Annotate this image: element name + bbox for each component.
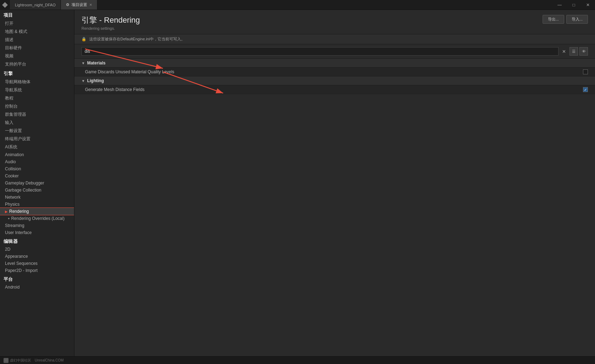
sidebar-item-physics[interactable]: Physics [0,201,74,208]
bottom-uecn-icon: U [4,358,8,363]
bottom-community-label: 虚幻中国社区 [10,358,31,363]
setting-gen-mesh-dist-control [583,87,588,92]
bottom-url: UnrealChina.COM [35,358,64,362]
search-input[interactable] [81,47,559,56]
sidebar-item-open[interactable]: 打开 [0,19,74,28]
search-icon-group: ☰ 👁 [570,47,588,56]
titlebar-tabs: Lightroom_night_DFAO ⚙ 项目设置 ✕ [10,0,97,10]
section-platform-title: 平台 [0,274,74,284]
tab-settings-close[interactable]: ✕ [89,3,92,7]
sidebar-item-video[interactable]: 视频 [0,52,74,60]
group-lighting-arrow: ▼ [81,79,85,83]
info-bar: 🔒 这些设置被保存在DefaultEngine.ini中，它当前可写入。 [74,34,595,44]
overrides-icon: ● [8,217,10,220]
setting-game-discards: Game Discards Unused Material Quality Le… [74,68,595,76]
bottom-url-label: UnrealChina.COM [35,358,64,362]
sidebar-item-platform[interactable]: 支持的平台 [0,60,74,68]
search-clear-button[interactable]: ✕ [561,49,567,54]
titlebar: Lightroom_night_DFAO ⚙ 项目设置 ✕ — □ ✕ [0,0,595,10]
sidebar-item-garbage[interactable]: Garbage Collection [0,187,74,194]
info-lock-icon: 🔒 [81,37,86,41]
sidebar-item-audio[interactable]: Audio [0,158,74,165]
sidebar-item-rendering-label: Rendering [9,209,29,214]
sidebar-item-map-mode[interactable]: 地图 & 模式 [0,28,74,36]
tab-lightroom-label: Lightroom_night_DFAO [15,3,56,7]
sidebar-item-2d[interactable]: 2D [0,246,74,253]
content: 引擎 - Rendering Rendering settings. 导出...… [74,10,595,356]
setting-gen-mesh-dist-checkbox[interactable] [583,87,588,92]
sidebar-item-desc[interactable]: 描述 [0,36,74,44]
section-engine-title: 引擎 [0,68,74,78]
group-materials-arrow: ▼ [81,61,85,65]
sidebar-item-animation[interactable]: Animation [0,151,74,158]
sidebar-item-end-user[interactable]: 终端用户设置 [0,135,74,143]
sidebar-item-rendering-overrides[interactable]: ● Rendering Overrides (Local) [0,215,74,222]
group-lighting-header[interactable]: ▼ Lighting [74,76,595,85]
sidebar-item-ai[interactable]: AI系统 [0,143,74,151]
sidebar-item-tutorial[interactable]: 教程 [0,94,74,102]
group-materials-label: Materials [87,61,106,66]
sidebar-item-crowd-mgr[interactable]: 群集管理器 [0,110,74,119]
tab-settings[interactable]: ⚙ 项目设置 ✕ [61,0,97,10]
setting-game-discards-label: Game Discards Unused Material Quality Le… [85,69,583,74]
svg-marker-0 [2,2,8,8]
rendering-arrow-icon: ▶ [5,210,8,214]
group-lighting: ▼ Lighting Generate Mesh Distance Fields [74,76,595,94]
tab-lightroom[interactable]: Lightroom_night_DFAO [10,0,61,10]
sidebar-item-nav-system[interactable]: 导航系统 [0,86,74,94]
import-button[interactable]: 导入... [566,15,588,24]
settings-content: ▼ Materials Game Discards Unused Materia… [74,59,595,356]
group-materials-header[interactable]: ▼ Materials [74,59,595,68]
list-view-button[interactable]: ☰ [570,47,578,56]
section-project-title: 项目 [0,10,74,19]
sidebar: 项目 打开 地图 & 模式 描述 目标硬件 视频 支持的平台 引擎 导航网格物体… [0,10,74,356]
sidebar-item-network[interactable]: Network [0,194,74,201]
setting-gen-mesh-dist-label: Generate Mesh Distance Fields [85,87,583,92]
search-bar: ✕ ☰ 👁 [74,44,595,59]
group-materials: ▼ Materials Game Discards Unused Materia… [74,59,595,76]
group-lighting-label: Lighting [87,78,104,83]
sidebar-item-target-hw[interactable]: 目标硬件 [0,44,74,52]
sidebar-item-gameplay-dbg[interactable]: Gameplay Debugger [0,180,74,187]
setting-game-discards-control [583,69,588,74]
eye-view-button[interactable]: 👁 [579,47,588,56]
export-button[interactable]: 导出... [543,15,564,24]
sidebar-item-collision[interactable]: Collision [0,165,74,172]
page-title: 引擎 - Rendering [81,15,140,25]
sidebar-item-rendering-overrides-label: Rendering Overrides (Local) [11,216,64,221]
sidebar-item-android[interactable]: Android [0,284,74,291]
sidebar-item-rendering[interactable]: ▶ Rendering [0,208,74,215]
sidebar-item-appearance[interactable]: Appearance [0,253,74,260]
sidebar-item-nav-mesh[interactable]: 导航网格物体 [0,78,74,86]
info-text: 这些设置被保存在DefaultEngine.ini中，它当前可写入。 [89,36,185,42]
window-controls: — □ ✕ [552,0,595,10]
minimize-button[interactable]: — [552,0,567,10]
sidebar-item-user-interface[interactable]: User Interface [0,229,74,236]
sidebar-item-cooker[interactable]: Cooker [0,172,74,180]
sidebar-item-streaming[interactable]: Streaming [0,222,74,229]
sidebar-item-paper2d[interactable]: Paper2D - Import [0,267,74,274]
section-editor-title: 编辑器 [0,236,74,246]
tab-settings-icon: ⚙ [66,2,69,7]
close-button[interactable]: ✕ [581,0,595,10]
sidebar-item-general[interactable]: 一般设置 [0,127,74,135]
content-wrapper: 引擎 - Rendering Rendering settings. 导出...… [74,10,595,356]
sidebar-item-input[interactable]: 输入 [0,119,74,127]
sidebar-item-console[interactable]: 控制台 [0,102,74,110]
main-layout: 项目 打开 地图 & 模式 描述 目标硬件 视频 支持的平台 引擎 导航网格物体… [0,10,595,356]
page-subtitle: Rendering settings. [81,26,140,30]
maximize-button[interactable]: □ [567,0,581,10]
bottom-bar: U 虚幻中国社区 UnrealChina.COM [0,356,595,364]
header-buttons: 导出... 导入... [543,15,588,24]
setting-game-discards-checkbox[interactable] [583,69,588,74]
content-header: 引擎 - Rendering Rendering settings. 导出...… [74,10,595,34]
tab-settings-label: 项目设置 [72,2,87,7]
sidebar-item-level-seq[interactable]: Level Sequences [0,260,74,267]
bottom-community: U 虚幻中国社区 [4,358,31,363]
app-logo [0,0,10,10]
setting-gen-mesh-dist: Generate Mesh Distance Fields [74,85,595,94]
